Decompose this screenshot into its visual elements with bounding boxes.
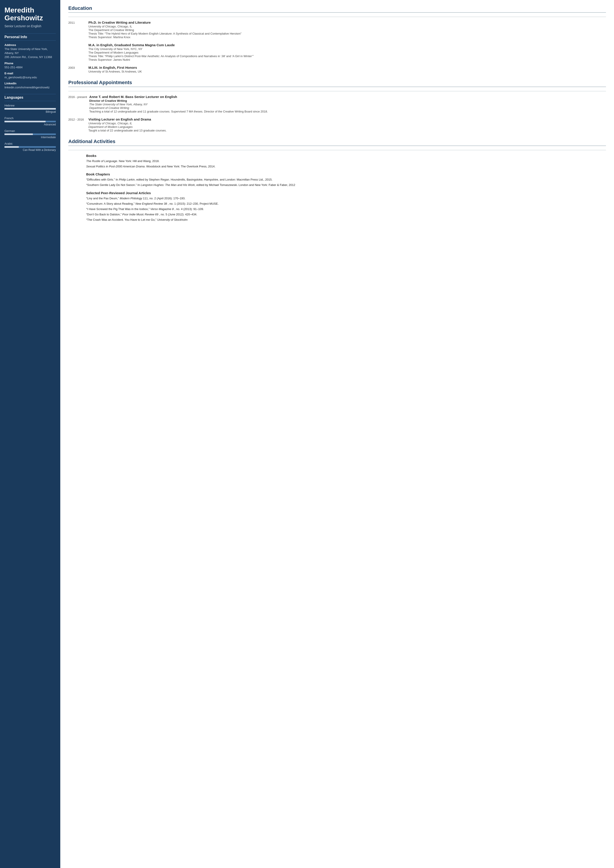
language-bar [5,133,56,135]
language-item: HebrewBilingual [5,104,56,113]
language-level: Intermediate [5,136,56,139]
entry-line: University of Chicago, Chicago, IL [88,25,606,28]
entry-content: Ph.D. in Creative Writing and Literature… [88,20,606,39]
entry-line: Department of Modern Languages [88,125,606,129]
phone-label: Phone [5,62,56,65]
entry-line: Thesis Title: “The Hybrid Hero of Early … [88,32,606,35]
activity-paragraph: “The Crash Was an Accident. You Have to … [86,218,606,222]
professional-list: 2016 - presentAnne T. and Robert M. Bass… [68,95,606,132]
languages-list: HebrewBilingualFrenchAdvancedGermanInter… [5,104,56,152]
education-list: 2011Ph.D. in Creative Writing and Litera… [68,20,606,73]
linkedin-value: linkedin.com/in/meredithgershowitz [5,85,56,90]
language-item: FrenchAdvanced [5,116,56,126]
education-entry: 2003M.Litt. in English, First HonorsUniv… [68,66,606,73]
entry-heading: M.A. in English, Graduated Summa Magna C… [88,43,606,47]
education-entry: 2011Ph.D. in Creative Writing and Litera… [68,20,606,39]
job-title: Senior Lecturer on English [5,24,56,29]
education-divider [68,17,606,17]
entry-line: The State University of New York, Albany… [89,103,606,106]
entry-line: Thesis Supervisor: Martina Knox [88,36,606,39]
activity-subsection-title: Books [86,154,606,158]
entry-heading: Anne T. and Robert M. Bass Senior Lectur… [89,95,606,99]
entry-line: Taught a total of 22 undergraduate and 1… [88,129,606,132]
activity-paragraph: The Rustle of Language. New York: Hill a… [86,159,606,163]
activity-subsection-title: Selected Peer-Reviewed Journal Articles [86,191,606,195]
email-label: E-mail [5,72,56,75]
entry-content: Anne T. and Robert M. Bass Senior Lectur… [89,95,606,113]
entry-year: 2016 - present [68,95,89,113]
entry-heading: Visiting Lecturer on English and Drama [88,118,606,121]
entry-line: University of St Andrews, St Andrews, UK [88,70,606,73]
entry-line: The Department of Creative Writing [88,28,606,32]
languages-section-title: Languages [5,94,56,101]
education-entry: M.A. in English, Graduated Summa Magna C… [68,43,606,62]
activity-paragraph: “Difficulties with Girls.” In Philip Lar… [86,177,606,182]
sidebar: Meredith Gershowitz Senior Lecturer on E… [0,0,60,868]
language-bar [5,121,56,122]
activity-paragraph: “I Have Screwed the Pig That Was in the … [86,207,606,211]
activity-subsection-title: Book Chapters [86,172,606,176]
language-level: Advanced [5,123,56,126]
entry-line: Thesis Title: “Philip Larkin’s Distinct … [88,54,606,58]
entry-line: The Department of Modern Languages [88,51,606,54]
personal-info-section-title: Personal Info [5,34,56,40]
professional-section-title: Professional Appointments [68,80,606,87]
language-name: Hebrew [5,104,56,107]
entry-line: Thesis Supervisor: James Nutini [88,58,606,61]
linkedin-label: LinkedIn [5,82,56,85]
professional-entry: 2012 - 2016Visiting Lecturer on English … [68,118,606,132]
language-name: German [5,129,56,133]
entry-heading: M.Litt. in English, First Honors [88,66,606,70]
address-line3: 295 Johnson Rd., Corona, NY 11368 [5,55,56,59]
language-name: French [5,116,56,120]
language-name: Arabic [5,142,56,145]
education-section-title: Education [68,5,606,13]
language-item: GermanIntermediate [5,129,56,139]
entry-year [68,43,88,62]
entry-year: 2011 [68,20,88,39]
entry-bold: Director of Creative Writing [89,99,606,102]
entry-line: Department of Creative Writing [89,106,606,110]
language-level: Can Read With a Dictionary [5,149,56,152]
language-bar [5,146,56,148]
entry-line: University of Chicago, Chicago, IL [88,122,606,125]
phone-value: 551-251-4884 [5,65,56,70]
activity-paragraph: “Conundrum: A Story about Reading,” New … [86,202,606,206]
main-content: Education 2011Ph.D. in Creative Writing … [60,0,614,868]
professional-entry: 2016 - presentAnne T. and Robert M. Bass… [68,95,606,113]
entry-year: 2012 - 2016 [68,118,88,132]
entry-content: Visiting Lecturer on English and DramaUn… [88,118,606,132]
activities-content: BooksThe Rustle of Language. New York: H… [68,154,606,222]
entry-content: M.Litt. in English, First HonorsUniversi… [88,66,606,73]
full-name: Meredith Gershowitz [5,6,56,22]
entry-line: Teaching a total of 12 undergraduate and… [89,110,606,113]
entry-content: M.A. in English, Graduated Summa Magna C… [88,43,606,62]
activity-paragraph: “Southern Gentle Lady Do Not Swoon.” In … [86,183,606,187]
activity-paragraph: “Livy and the Pax Deum,” Modern Philolog… [86,196,606,201]
language-item: ArabicCan Read With a Dictionary [5,142,56,152]
entry-heading: Ph.D. in Creative Writing and Literature [88,20,606,24]
activity-paragraph: Sexual Politics in Post-2000 American Dr… [86,164,606,169]
activities-section-title: Additional Activities [68,139,606,146]
email-value: m_gershowitz@suny.edu [5,76,56,79]
activity-paragraph: “Don’t Go Back to Dalston,” Poor Indie M… [86,212,606,217]
entry-year: 2003 [68,66,88,73]
address-label: Address [5,43,56,46]
language-bar [5,108,56,110]
entry-line: The City University of New York, NYC, NY [88,47,606,51]
address-line1: The State University of New York, [5,47,56,51]
language-level: Bilingual [5,110,56,113]
address-line2: Albany, NY [5,51,56,55]
